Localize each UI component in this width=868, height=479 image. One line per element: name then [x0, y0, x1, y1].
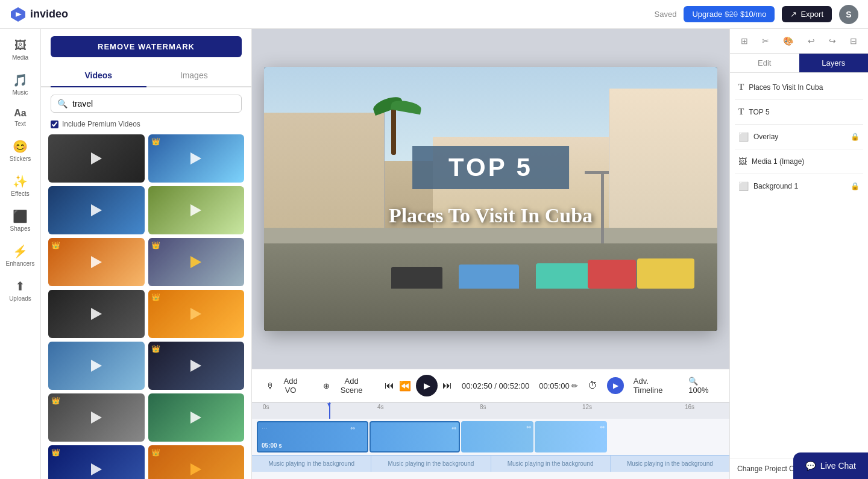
music-clip-3: Music playing in the background [491, 455, 611, 472]
zoom-display: 🔍 100% [688, 377, 720, 395]
topbar-right: Saved Upgrade $20 $10/mo ↗ Export S [655, 5, 858, 24]
user-avatar-button[interactable]: S [839, 5, 858, 24]
skip-back-button[interactable]: ⏮ [385, 380, 394, 391]
music-track-row: Music playing in the background Music pl… [252, 455, 729, 472]
zoom-level: 100% [688, 386, 708, 395]
ruler-mark-16s: 16s [685, 404, 694, 410]
clip-3[interactable]: ⇔ [461, 421, 533, 452]
video-thumb-6[interactable]: 👑 [148, 238, 245, 286]
layer-background1[interactable]: ⬜ Background 1 🔒 [735, 177, 863, 196]
sidebar-item-effects[interactable]: ✨ Effects [2, 169, 39, 202]
sidebar-item-shapes[interactable]: ⬛ Shapes [2, 204, 39, 237]
premium-check-row: Include Premium Videos [41, 120, 251, 134]
timer-button[interactable]: ⏱ [588, 380, 597, 391]
scene-back-button[interactable]: ⏪ [399, 380, 411, 392]
layer-divider-1 [735, 99, 863, 100]
layer-overlay-name: Overlay [753, 133, 846, 141]
crop-button[interactable]: ✂ [758, 34, 773, 48]
layer-top5[interactable]: T TOP 5 [735, 102, 863, 122]
tab-layers[interactable]: Layers [799, 54, 869, 72]
live-chat-label: Live Chat [820, 461, 856, 471]
export-icon: ↗ [790, 10, 797, 19]
live-chat-button[interactable]: 💬 Live Chat [793, 452, 868, 479]
upgrade-button[interactable]: Upgrade $20 $10/mo [684, 6, 775, 22]
video-background [264, 67, 717, 331]
right-tabs: Edit Layers [730, 54, 868, 73]
music-label-1: Music playing in the background [268, 460, 354, 467]
clip-duration-1: 05:00 s [262, 442, 282, 449]
adv-timeline-button[interactable]: Adv. Timeline [634, 377, 679, 395]
include-premium-checkbox[interactable] [51, 121, 58, 128]
tab-images[interactable]: Images [146, 64, 242, 87]
sidebar-item-uploads[interactable]: ⬆ Uploads [2, 274, 39, 307]
video-thumb-5[interactable]: 👑 [48, 238, 145, 286]
play-fast-button[interactable]: ▶ [607, 377, 623, 394]
timeline-controls: 🎙 Add VO ⊕ Add Scene ⏮ ⏪ ▶ ⏭ 00:02:50 / … [252, 369, 729, 402]
edit-clip-icon[interactable]: ✏ [571, 381, 578, 390]
right-panel: ⊞ ✂ 🎨 ↩ ↪ ⊟ Edit Layers T Places To Visi… [729, 29, 868, 479]
top5-text: TOP 5 [448, 153, 533, 182]
play-button[interactable]: ▶ [416, 375, 438, 396]
music-label-3: Music playing in the background [508, 460, 594, 467]
video-thumb-11[interactable]: 👑 [48, 393, 145, 442]
music-clip-2: Music playing in the background [371, 455, 491, 472]
video-thumb-4[interactable] [148, 186, 245, 234]
redo-button[interactable]: ↪ [825, 34, 840, 48]
canvas-title-text: Places To Visit In Cuba [310, 204, 671, 227]
tab-videos[interactable]: Videos [51, 64, 146, 87]
video-thumb-13[interactable]: 👑 [48, 445, 145, 479]
enhancers-label: Enhancers [6, 260, 35, 267]
video-thumb-1[interactable] [48, 134, 145, 183]
clip-time-display: 00:05:00 ✏ [539, 381, 578, 390]
logo: invideo [10, 6, 68, 23]
search-input[interactable] [72, 99, 235, 108]
clip-2[interactable]: ⇔ [370, 421, 460, 452]
video-thumb-2[interactable]: 👑 [148, 134, 245, 183]
media-icon: 🖼 [14, 39, 27, 52]
bg-lock-icon: 🔒 [851, 182, 860, 190]
clip-1[interactable]: ⋯ ⇔ 05:00 s [257, 421, 368, 452]
image-layer-icon: 🖼 [738, 157, 747, 166]
current-time: 00:02:50 [462, 381, 492, 390]
uploads-label: Uploads [9, 295, 31, 302]
add-scene-label: Add Scene [333, 377, 370, 395]
video-thumb-3[interactable] [48, 186, 145, 234]
minus-button[interactable]: ⊟ [846, 34, 861, 48]
old-price: $20 [725, 10, 738, 19]
topbar: invideo Saved Upgrade $20 $10/mo ↗ Expor… [0, 0, 868, 29]
main-layout: 🖼 Media 🎵 Music Aa Text 😊 Stickers ✨ Eff… [0, 29, 868, 479]
ruler-mark-4s: 4s [377, 404, 384, 410]
video-thumb-10[interactable]: 👑 [148, 342, 245, 390]
text-label: Text [14, 121, 25, 127]
sidebar-item-stickers[interactable]: 😊 Stickers [2, 134, 39, 167]
add-scene-button[interactable]: ⊕ Add Scene [318, 374, 375, 397]
video-thumb-8[interactable]: 👑 [148, 290, 245, 338]
video-thumb-9[interactable] [48, 342, 145, 390]
color-button[interactable]: 🎨 [779, 34, 797, 48]
clip-4[interactable]: ⇔ [535, 421, 607, 452]
tab-edit[interactable]: Edit [730, 54, 799, 72]
sidebar-item-enhancers[interactable]: ⚡ Enhancers [2, 239, 39, 272]
layer-overlay[interactable]: ⬜ Overlay 🔒 [735, 127, 863, 146]
undo-button[interactable]: ↩ [804, 34, 819, 48]
ruler-mark-8s: 8s [480, 404, 486, 410]
export-button[interactable]: ↗ Export [782, 6, 832, 22]
video-thumb-12[interactable] [148, 393, 245, 442]
layer-title[interactable]: T Places To Visit In Cuba [735, 78, 863, 97]
sidebar-item-media[interactable]: 🖼 Media [2, 34, 39, 66]
video-thumb-7[interactable] [48, 290, 145, 338]
add-vo-button[interactable]: 🎙 Add VO [262, 374, 309, 397]
ruler-mark-0s: 0s [263, 404, 269, 410]
sidebar-item-text[interactable]: Aa Text [2, 103, 39, 132]
video-thumb-14[interactable]: 👑 [148, 445, 245, 479]
remove-watermark-button[interactable]: REMOVE WATERMARK [51, 36, 242, 57]
video-track-row: ⋯ ⇔ 05:00 s ⇔ ⇔ ⇔ [252, 419, 729, 455]
sidebar-item-music[interactable]: 🎵 Music [2, 68, 39, 101]
canvas-container: TOP 5 Places To Visit In Cuba [252, 29, 729, 369]
layer-media1[interactable]: 🖼 Media 1 (Image) [735, 152, 863, 171]
layer-divider-2 [735, 124, 863, 125]
include-premium-label: Include Premium Videos [62, 120, 140, 128]
grid-view-button[interactable]: ⊞ [737, 34, 752, 48]
skip-forward-button[interactable]: ⏭ [442, 380, 452, 391]
music-label-2: Music playing in the background [388, 460, 474, 467]
